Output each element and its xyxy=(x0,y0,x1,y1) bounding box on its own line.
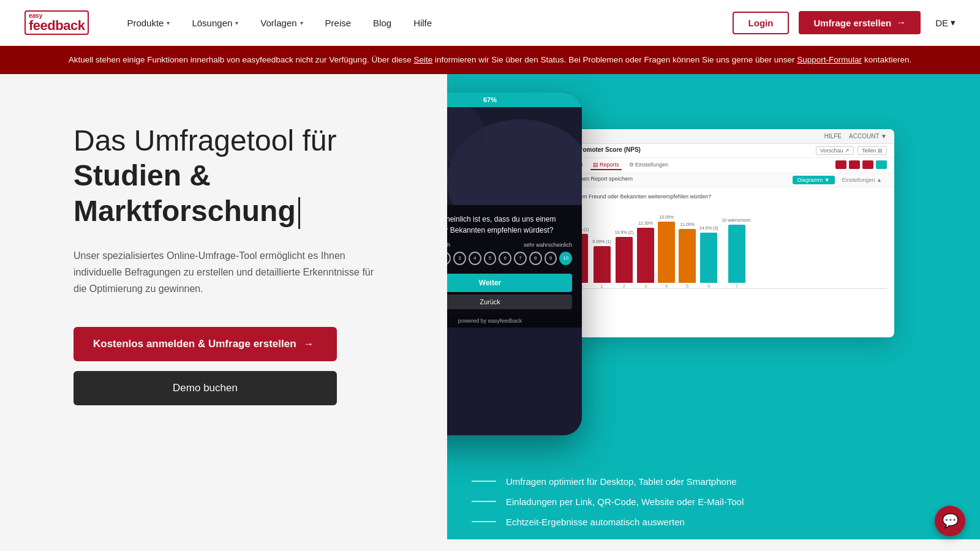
hero-visual-section: 67% Wie wahrscheinlich ist es, dass du u… xyxy=(447,74,980,539)
scale-dot-7[interactable]: 7 xyxy=(514,252,527,265)
teal-background: 67% Wie wahrscheinlich ist es, dass du u… xyxy=(447,74,980,539)
logo-badge: easy feedback xyxy=(24,10,89,35)
nav-item-hilfe[interactable]: Hilfe xyxy=(413,18,432,28)
bar-pct-1: 9.09% (1) xyxy=(592,239,611,244)
feature-label: Echtzeit-Ergebnisse automatisch auswerte… xyxy=(506,517,685,527)
bar-4 xyxy=(658,222,675,283)
bar-2 xyxy=(616,237,633,283)
bar-label-1: 1 xyxy=(601,284,603,288)
logo-feedback-text: feedback xyxy=(29,19,85,32)
logo[interactable]: easy feedback xyxy=(24,10,90,35)
main-nav: Produkte ▾ Lösungen ▾ Vorlagen ▾ Preise … xyxy=(127,18,732,28)
bar-6 xyxy=(700,233,717,283)
alert-banner: Aktuell stehen einige Funktionen innerha… xyxy=(0,46,980,74)
export-btn-3[interactable] xyxy=(862,160,873,169)
feature-item-2: Echtzeit-Ergebnisse automatisch auswerte… xyxy=(472,517,956,527)
scale-dot-10[interactable]: 10 xyxy=(559,252,572,265)
bar-pct-4: 13.09% xyxy=(659,215,674,219)
phone-header: 67% xyxy=(447,92,582,107)
chevron-down-icon: ▾ xyxy=(167,20,170,26)
bar-group-6: 24.5% (3)6 xyxy=(699,226,718,288)
bar-1 xyxy=(594,246,611,283)
nav-reports[interactable]: ▤ Reports xyxy=(590,160,622,170)
bar-pct-6: 24.5% (3) xyxy=(699,226,718,230)
feature-item-1: Einladungen per Link, QR-Code, Website o… xyxy=(472,497,956,507)
export-btn-1[interactable] xyxy=(835,160,846,169)
bar-label-4: 4 xyxy=(665,284,668,288)
export-buttons xyxy=(835,160,887,170)
phone-image xyxy=(447,107,582,205)
header: easy feedback Produkte ▾ Lösungen ▾ Vorl… xyxy=(0,0,980,46)
bar-3 xyxy=(637,228,654,283)
nav-item-loesungen[interactable]: Lösungen ▾ xyxy=(192,18,238,28)
bar-chart: 9.09% (1)0%9.09% (1)110.9% (2)212.39%313… xyxy=(565,203,887,289)
chat-support-button[interactable]: 💬 xyxy=(935,506,965,536)
export-btn-2[interactable] xyxy=(849,160,860,169)
feature-item-0: Umfragen optimiert für Desktop, Tablet o… xyxy=(472,476,956,487)
support-form-link[interactable]: Support-Formular xyxy=(797,55,862,64)
phone-zuruck-button[interactable]: Zurück xyxy=(447,294,572,309)
export-btn-4[interactable] xyxy=(876,160,887,169)
nav-item-produkte[interactable]: Produkte ▾ xyxy=(127,18,170,28)
bar-label-7: 7 xyxy=(736,284,738,288)
bar-pct-5: 11.09% xyxy=(680,222,695,227)
phone-scale: 012345678910 xyxy=(447,252,572,265)
demo-button[interactable]: Demo buchen xyxy=(74,371,337,405)
dashboard-mockup: HILFE ACCOUNT ▼ Net Promoter Score (NPS)… xyxy=(557,129,894,337)
chevron-down-icon: ▾ xyxy=(235,20,238,26)
nav-item-blog[interactable]: Blog xyxy=(373,18,391,28)
scale-dot-2[interactable]: 2 xyxy=(447,252,451,265)
bar-7 xyxy=(728,225,745,283)
phone-scale-labels: unwahrscheinlich sehr wahrscheinlich xyxy=(447,242,572,248)
signup-button[interactable]: Kostenlos anmelden & Umfrage erstellen → xyxy=(74,327,337,361)
feature-label: Einladungen per Link, QR-Code, Website o… xyxy=(506,497,744,507)
scale-dot-5[interactable]: 5 xyxy=(484,252,497,265)
nav-einstellungen[interactable]: ⚙ Einstellungen xyxy=(627,160,671,170)
bar-group-7: 10 wahrscheinl.7 xyxy=(722,218,752,288)
scale-dot-3[interactable]: 3 xyxy=(453,252,466,265)
nav-item-preise[interactable]: Preise xyxy=(325,18,352,28)
phone-mockup: 67% Wie wahrscheinlich ist es, dass du u… xyxy=(447,92,582,435)
bar-label-3: 3 xyxy=(644,284,647,288)
teilen-btn[interactable]: Teilen ⊞ xyxy=(858,146,887,155)
phone-weiter-button[interactable]: Weiter xyxy=(447,274,572,292)
arrow-right-icon: → xyxy=(304,338,314,350)
scale-dot-9[interactable]: 9 xyxy=(545,252,557,265)
chart-area: ns einem Freund oder Bekannten weiteremp… xyxy=(557,187,894,295)
vorschau-btn[interactable]: Vorschau ↗ xyxy=(816,146,854,155)
bar-group-2: 10.9% (2)2 xyxy=(615,230,633,288)
chat-icon: 💬 xyxy=(942,513,959,529)
bar-pct-2: 10.9% (2) xyxy=(615,230,633,234)
chevron-down-icon: ▾ xyxy=(300,20,303,26)
bar-5 xyxy=(679,229,696,283)
tab-diagramm[interactable]: Diagramm ▼ xyxy=(793,176,835,184)
hero-description: Unser spezialisiertes Online-Umfrage-Too… xyxy=(74,247,380,298)
dashboard-header: HILFE ACCOUNT ▼ xyxy=(557,129,894,144)
status-page-link[interactable]: Seite xyxy=(413,55,432,64)
feature-line-icon xyxy=(472,521,496,522)
arrow-right-icon: → xyxy=(896,17,906,28)
dashboard-nav: Net Promoter Score (NPS) Vorschau ↗ Teil… xyxy=(557,144,894,158)
scale-dot-6[interactable]: 6 xyxy=(499,252,511,265)
bar-group-5: 11.09%5 xyxy=(679,222,696,288)
dashboard-sub-nav: ↺ 360 ▤ Reports ⚙ Einstellungen xyxy=(557,158,894,173)
login-button[interactable]: Login xyxy=(733,12,790,34)
create-survey-button[interactable]: Umfrage erstellen → xyxy=(799,11,921,34)
scale-dot-8[interactable]: 8 xyxy=(529,252,542,265)
bar-label-5: 5 xyxy=(686,284,688,288)
scale-dot-4[interactable]: 4 xyxy=(469,252,481,265)
features-list: Umfragen optimiert für Desktop, Tablet o… xyxy=(472,476,956,527)
hero-section: Das Umfragetool für Studien & Marktforsc… xyxy=(0,74,447,539)
nav-item-vorlagen[interactable]: Vorlagen ▾ xyxy=(260,18,303,28)
tab-einstellungen[interactable]: Einstellungen ▲ xyxy=(837,176,887,184)
bar-label-6: 6 xyxy=(707,284,710,288)
feature-label: Umfragen optimiert für Desktop, Tablet o… xyxy=(506,476,737,487)
chevron-down-icon: ▾ xyxy=(951,17,956,28)
phone-question-area: Wie wahrscheinlich ist es, dass du uns e… xyxy=(447,205,582,314)
language-selector[interactable]: DE ▾ xyxy=(935,17,956,28)
bar-group-3: 12.39%3 xyxy=(637,221,654,288)
phone-question: Wie wahrscheinlich ist es, dass du uns e… xyxy=(447,214,572,236)
dashboard-tabs: Als neuen Report speichern Diagramm ▼ Ei… xyxy=(557,173,894,187)
feature-line-icon xyxy=(472,501,496,502)
bar-group-1: 9.09% (1)1 xyxy=(592,239,611,288)
